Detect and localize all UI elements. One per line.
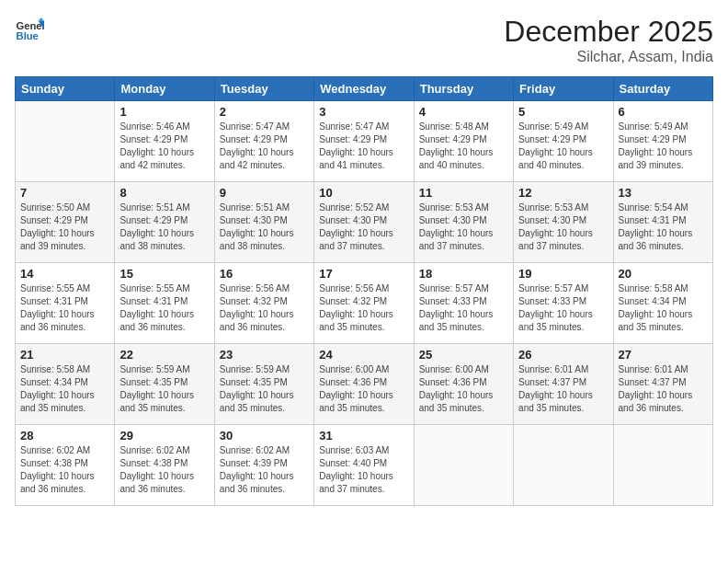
day-number: 1 (119, 105, 209, 119)
day-info: Sunrise: 5:51 AM Sunset: 4:29 PM Dayligh… (119, 201, 209, 253)
day-info: Sunrise: 5:56 AM Sunset: 4:32 PM Dayligh… (319, 282, 408, 334)
calendar-week-row: 14Sunrise: 5:55 AM Sunset: 4:31 PM Dayli… (16, 263, 713, 344)
page-header: General Blue December 2025 Silchar, Assa… (15, 15, 713, 65)
day-info: Sunrise: 5:58 AM Sunset: 4:34 PM Dayligh… (619, 282, 708, 334)
calendar-cell: 25Sunrise: 6:00 AM Sunset: 4:36 PM Dayli… (414, 344, 513, 425)
day-info: Sunrise: 5:55 AM Sunset: 4:31 PM Dayligh… (20, 282, 109, 334)
day-number: 21 (20, 348, 109, 362)
day-info: Sunrise: 5:57 AM Sunset: 4:33 PM Dayligh… (419, 282, 508, 334)
day-info: Sunrise: 5:49 AM Sunset: 4:29 PM Dayligh… (518, 121, 608, 172)
day-number: 8 (119, 186, 209, 200)
calendar-cell: 14Sunrise: 5:55 AM Sunset: 4:31 PM Dayli… (16, 263, 115, 344)
calendar-cell: 21Sunrise: 5:58 AM Sunset: 4:34 PM Dayli… (16, 344, 115, 425)
day-number: 13 (619, 186, 708, 200)
calendar-cell: 4Sunrise: 5:48 AM Sunset: 4:29 PM Daylig… (414, 101, 513, 182)
day-number: 19 (518, 267, 608, 281)
title-section: December 2025 Silchar, Assam, India (504, 15, 713, 65)
calendar-cell: 10Sunrise: 5:52 AM Sunset: 4:30 PM Dayli… (314, 182, 414, 263)
day-info: Sunrise: 6:01 AM Sunset: 4:37 PM Dayligh… (518, 363, 608, 415)
day-number: 14 (20, 267, 109, 281)
day-number: 6 (619, 105, 708, 119)
calendar-cell (514, 425, 613, 506)
calendar-table: SundayMondayTuesdayWednesdayThursdayFrid… (15, 76, 713, 506)
day-number: 18 (419, 267, 508, 281)
day-info: Sunrise: 5:57 AM Sunset: 4:33 PM Dayligh… (518, 282, 608, 334)
day-info: Sunrise: 6:00 AM Sunset: 4:36 PM Dayligh… (419, 363, 508, 415)
day-number: 25 (419, 348, 508, 362)
day-info: Sunrise: 5:51 AM Sunset: 4:30 PM Dayligh… (220, 201, 309, 253)
day-info: Sunrise: 5:53 AM Sunset: 4:30 PM Dayligh… (419, 201, 508, 253)
day-info: Sunrise: 5:46 AM Sunset: 4:29 PM Dayligh… (119, 121, 209, 172)
day-info: Sunrise: 5:50 AM Sunset: 4:29 PM Dayligh… (20, 201, 109, 253)
day-number: 2 (220, 105, 309, 119)
calendar-cell: 30Sunrise: 6:02 AM Sunset: 4:39 PM Dayli… (214, 425, 313, 506)
day-number: 23 (220, 348, 309, 362)
calendar-cell: 5Sunrise: 5:49 AM Sunset: 4:29 PM Daylig… (514, 101, 613, 182)
day-info: Sunrise: 5:58 AM Sunset: 4:34 PM Dayligh… (20, 363, 109, 415)
day-info: Sunrise: 6:03 AM Sunset: 4:40 PM Dayligh… (319, 444, 408, 496)
weekday-header-friday: Friday (514, 77, 613, 101)
day-number: 16 (220, 267, 309, 281)
day-number: 27 (619, 348, 708, 362)
day-number: 3 (319, 105, 408, 119)
svg-marker-3 (39, 17, 44, 20)
weekday-header-saturday: Saturday (613, 77, 712, 101)
day-info: Sunrise: 6:02 AM Sunset: 4:38 PM Dayligh… (20, 444, 109, 496)
logo: General Blue (15, 15, 44, 44)
day-number: 7 (20, 186, 109, 200)
calendar-cell (16, 101, 115, 182)
calendar-cell: 20Sunrise: 5:58 AM Sunset: 4:34 PM Dayli… (613, 263, 712, 344)
calendar-cell: 31Sunrise: 6:03 AM Sunset: 4:40 PM Dayli… (314, 425, 414, 506)
calendar-cell: 26Sunrise: 6:01 AM Sunset: 4:37 PM Dayli… (514, 344, 613, 425)
day-info: Sunrise: 6:02 AM Sunset: 4:39 PM Dayligh… (220, 444, 309, 496)
calendar-cell: 12Sunrise: 5:53 AM Sunset: 4:30 PM Dayli… (514, 182, 613, 263)
calendar-cell: 2Sunrise: 5:47 AM Sunset: 4:29 PM Daylig… (214, 101, 313, 182)
day-number: 31 (319, 429, 408, 442)
month-year-title: December 2025 (504, 15, 713, 49)
day-number: 29 (119, 429, 209, 442)
day-number: 10 (319, 186, 408, 200)
calendar-cell: 11Sunrise: 5:53 AM Sunset: 4:30 PM Dayli… (414, 182, 513, 263)
svg-text:Blue: Blue (17, 30, 39, 41)
day-number: 9 (220, 186, 309, 200)
day-number: 12 (518, 186, 608, 200)
location-subtitle: Silchar, Assam, India (504, 49, 713, 65)
calendar-cell (414, 425, 513, 506)
day-number: 4 (419, 105, 508, 119)
calendar-cell: 24Sunrise: 6:00 AM Sunset: 4:36 PM Dayli… (314, 344, 414, 425)
calendar-cell: 7Sunrise: 5:50 AM Sunset: 4:29 PM Daylig… (16, 182, 115, 263)
day-info: Sunrise: 5:56 AM Sunset: 4:32 PM Dayligh… (220, 282, 309, 334)
day-number: 30 (220, 429, 309, 442)
calendar-cell: 29Sunrise: 6:02 AM Sunset: 4:38 PM Dayli… (115, 425, 214, 506)
day-number: 20 (619, 267, 708, 281)
weekday-header-monday: Monday (115, 77, 214, 101)
day-number: 17 (319, 267, 408, 281)
logo-icon: General Blue (15, 15, 44, 44)
weekday-header-thursday: Thursday (414, 77, 513, 101)
day-number: 26 (518, 348, 608, 362)
calendar-cell: 22Sunrise: 5:59 AM Sunset: 4:35 PM Dayli… (115, 344, 214, 425)
calendar-cell: 28Sunrise: 6:02 AM Sunset: 4:38 PM Dayli… (16, 425, 115, 506)
calendar-cell: 6Sunrise: 5:49 AM Sunset: 4:29 PM Daylig… (613, 101, 712, 182)
day-info: Sunrise: 5:47 AM Sunset: 4:29 PM Dayligh… (220, 121, 309, 172)
calendar-cell: 9Sunrise: 5:51 AM Sunset: 4:30 PM Daylig… (214, 182, 313, 263)
day-number: 28 (20, 429, 109, 442)
day-number: 11 (419, 186, 508, 200)
day-number: 24 (319, 348, 408, 362)
day-number: 15 (119, 267, 209, 281)
calendar-week-row: 1Sunrise: 5:46 AM Sunset: 4:29 PM Daylig… (16, 101, 713, 182)
calendar-cell: 15Sunrise: 5:55 AM Sunset: 4:31 PM Dayli… (115, 263, 214, 344)
calendar-cell: 27Sunrise: 6:01 AM Sunset: 4:37 PM Dayli… (613, 344, 712, 425)
day-info: Sunrise: 6:01 AM Sunset: 4:37 PM Dayligh… (619, 363, 708, 415)
day-info: Sunrise: 6:02 AM Sunset: 4:38 PM Dayligh… (119, 444, 209, 496)
calendar-week-row: 7Sunrise: 5:50 AM Sunset: 4:29 PM Daylig… (16, 182, 713, 263)
weekday-header-sunday: Sunday (16, 77, 115, 101)
calendar-cell: 16Sunrise: 5:56 AM Sunset: 4:32 PM Dayli… (214, 263, 313, 344)
calendar-cell: 23Sunrise: 5:59 AM Sunset: 4:35 PM Dayli… (214, 344, 313, 425)
calendar-cell: 8Sunrise: 5:51 AM Sunset: 4:29 PM Daylig… (115, 182, 214, 263)
day-number: 22 (119, 348, 209, 362)
calendar-cell: 19Sunrise: 5:57 AM Sunset: 4:33 PM Dayli… (514, 263, 613, 344)
day-info: Sunrise: 5:52 AM Sunset: 4:30 PM Dayligh… (319, 201, 408, 253)
day-info: Sunrise: 6:00 AM Sunset: 4:36 PM Dayligh… (319, 363, 408, 415)
calendar-cell: 1Sunrise: 5:46 AM Sunset: 4:29 PM Daylig… (115, 101, 214, 182)
